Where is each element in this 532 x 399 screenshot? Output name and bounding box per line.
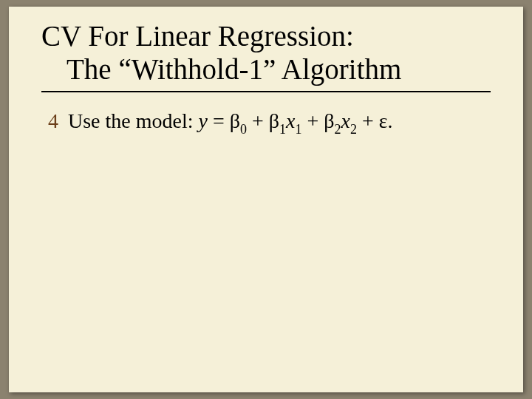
bullet-icon: 4 [46, 109, 61, 134]
eq-subx2: 2 [350, 122, 357, 137]
eq-beta0: β [230, 109, 240, 132]
eq-equals: = [208, 109, 230, 132]
bullet-lead: Use the model: [68, 109, 199, 132]
eq-subx1: 1 [296, 122, 302, 137]
eq-period: . [388, 109, 393, 132]
slide-body: 4 Use the model: y = β0 + β1x1 + β2x2 + … [41, 109, 491, 137]
eq-sub2: 2 [335, 122, 341, 137]
eq-y: y [199, 109, 208, 132]
slide: CV For Linear Regression: The “Withhold-… [9, 7, 523, 392]
eq-x1: x [286, 109, 295, 132]
eq-x2: x [341, 109, 350, 132]
title-line-2: The “Withhold-1” Algorithm [66, 53, 491, 86]
eq-beta1: β [269, 109, 279, 132]
eq-sub0: 0 [240, 122, 247, 137]
slide-title: CV For Linear Regression: The “Withhold-… [41, 20, 491, 92]
eq-beta2: β [324, 109, 334, 132]
eq-sub1: 1 [279, 122, 286, 137]
eq-epsilon: ε [379, 109, 388, 132]
eq-plus1: + [247, 109, 269, 132]
bullet-item: 4 Use the model: y = β0 + β1x1 + β2x2 + … [46, 109, 491, 137]
eq-plus2: + [302, 109, 324, 132]
title-line-1: CV For Linear Regression: [41, 20, 491, 53]
eq-plus3: + [357, 109, 379, 132]
bullet-text: Use the model: y = β0 + β1x1 + β2x2 + ε. [68, 109, 393, 137]
